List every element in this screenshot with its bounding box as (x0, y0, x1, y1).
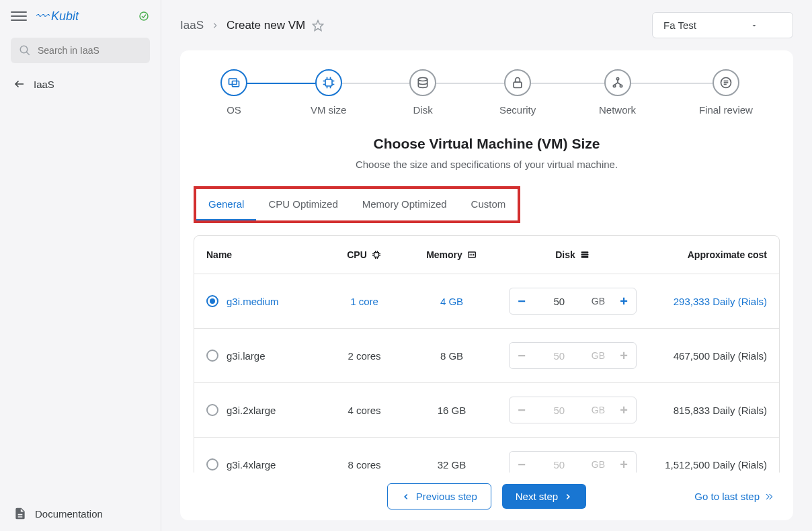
sidebar-documentation[interactable]: Documentation (0, 496, 161, 531)
svg-line-2 (26, 52, 30, 55)
svg-marker-5 (752, 25, 756, 27)
step-security[interactable]: Security (499, 69, 536, 116)
go-to-last-step-link[interactable]: Go to last step (694, 491, 774, 502)
previous-step-button[interactable]: Previous step (387, 483, 491, 509)
th-cost: Approximate cost (650, 249, 767, 260)
vm-cost: 467,500 Daily (Rials) (650, 350, 767, 362)
disk-unit: GB (585, 405, 612, 415)
content-card: OS VM size Disk Security Network Final r… (180, 50, 793, 520)
svg-rect-7 (233, 81, 239, 87)
svg-point-20 (613, 85, 615, 87)
vm-name: g3i.large (227, 350, 266, 362)
step-disk[interactable]: Disk (409, 69, 436, 116)
logo[interactable]: 〰 Kubit (35, 9, 79, 24)
wizard-footer: Previous step Next step Go to last step (180, 473, 793, 520)
radio-select[interactable] (206, 458, 218, 471)
project-select[interactable]: Fa Test (652, 12, 793, 38)
chevron-down-icon (750, 22, 758, 30)
step-label: Disk (413, 104, 433, 116)
svg-marker-46 (769, 494, 772, 499)
tab-general[interactable]: General (196, 189, 256, 220)
disk-minus-button: − (510, 397, 534, 423)
th-memory: Memory (408, 249, 495, 260)
vm-memory: 32 GB (408, 459, 495, 471)
table-row[interactable]: g3i.large 2 cores 8 GB − 50 GB + 467,500… (194, 329, 779, 383)
disk-value: 50 (534, 459, 585, 471)
previous-step-label: Previous step (416, 491, 477, 502)
svg-marker-4 (313, 20, 323, 30)
vm-size-table: Name CPU Memory Disk Approximate cost g3… (194, 235, 780, 493)
breadcrumb-root[interactable]: IaaS (180, 19, 204, 32)
step-network[interactable]: Network (599, 69, 636, 116)
th-disk: Disk (495, 249, 650, 260)
svg-marker-45 (766, 494, 769, 499)
disk-value: 50 (534, 405, 585, 416)
step-label: Security (499, 104, 536, 116)
disk-plus-button[interactable]: + (612, 288, 636, 314)
next-step-label: Next step (516, 491, 558, 502)
sidebar-back-label: IaaS (34, 79, 54, 90)
vm-cpu: 2 cores (321, 350, 408, 362)
svg-rect-44 (581, 256, 588, 258)
svg-point-17 (418, 78, 427, 81)
svg-point-19 (616, 78, 618, 80)
vm-cpu: 4 cores (321, 405, 408, 416)
tabs-highlight: General CPU Optimized Memory Optimized C… (194, 186, 520, 223)
svg-line-23 (614, 83, 618, 85)
step-vm-size[interactable]: VM size (311, 69, 346, 116)
tab-custom[interactable]: Custom (459, 189, 518, 220)
star-icon[interactable] (312, 19, 324, 32)
disk-value: 50 (534, 350, 585, 362)
search-input[interactable] (38, 45, 155, 56)
memory-icon (466, 249, 477, 260)
heading: Choose Virtual Machine (VM) Size Choose … (180, 129, 793, 173)
stepper: OS VM size Disk Security Network Final r… (180, 50, 793, 129)
svg-point-0 (140, 12, 148, 20)
disk-plus-button: + (612, 343, 636, 368)
topbar: IaaS Create new VM Fa Test (161, 0, 812, 50)
disk-stepper: − 50 GB + (509, 342, 637, 369)
cpu-icon (371, 249, 382, 260)
disk-plus-button: + (612, 397, 636, 423)
hamburger-menu-icon[interactable] (11, 8, 27, 24)
radio-select[interactable] (206, 295, 218, 307)
vm-name: g3i.2xlarge (227, 405, 276, 416)
search-box[interactable] (11, 38, 150, 63)
main: IaaS Create new VM Fa Test OS (161, 0, 812, 531)
double-chevron-right-icon (764, 491, 774, 502)
disk-unit: GB (585, 459, 612, 470)
step-label: Final review (699, 104, 753, 116)
project-select-value: Fa Test (663, 19, 696, 31)
vm-memory: 8 GB (408, 350, 495, 362)
step-os[interactable]: OS (220, 69, 247, 116)
radio-select[interactable] (206, 404, 218, 416)
table-row[interactable]: g3i.medium 1 core 4 GB − 50 GB + 293,333… (194, 274, 779, 329)
disk-value: 50 (534, 296, 585, 307)
disk-minus-button[interactable]: − (510, 288, 534, 314)
vm-cpu: 1 core (321, 296, 408, 307)
svg-rect-8 (325, 79, 332, 86)
app-switcher-icon[interactable] (138, 10, 150, 22)
disk-stepper: − 50 GB + (509, 397, 637, 423)
table-row[interactable]: g3i.2xlarge 4 cores 16 GB − 50 GB + 815,… (194, 383, 779, 438)
wave-icon: 〰 (35, 9, 48, 24)
th-name: Name (206, 249, 321, 260)
next-step-button[interactable]: Next step (502, 484, 586, 509)
disk-stepper: − 50 GB + (509, 288, 637, 315)
sidebar-back-iaas[interactable]: IaaS (0, 71, 161, 97)
vm-memory: 16 GB (408, 405, 495, 416)
chevron-left-icon (401, 492, 411, 501)
radio-select[interactable] (206, 350, 218, 362)
vm-cost: 815,833 Daily (Rials) (650, 405, 767, 416)
step-label: OS (227, 104, 241, 116)
breadcrumb-current: Create new VM (227, 19, 305, 32)
chevron-right-icon (210, 21, 220, 30)
vm-cpu: 8 cores (321, 459, 408, 471)
step-final-review[interactable]: Final review (699, 69, 753, 116)
vm-cost: 293,333 Daily (Rials) (650, 296, 767, 307)
tab-memory-optimized[interactable]: Memory Optimized (350, 189, 459, 220)
disk-unit: GB (585, 350, 612, 361)
tab-cpu-optimized[interactable]: CPU Optimized (256, 189, 350, 220)
chevron-right-icon (563, 492, 573, 501)
vm-name: g3i.4xlarge (227, 459, 276, 471)
